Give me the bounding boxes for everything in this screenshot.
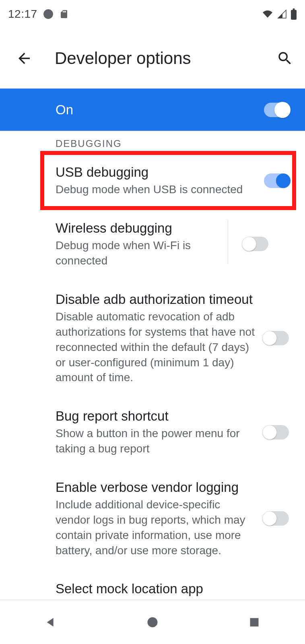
usb-debugging-switch[interactable]: [264, 173, 289, 188]
svg-rect-3: [63, 11, 64, 12]
triangle-back-icon: [44, 616, 57, 629]
status-clock: 12:17: [8, 8, 37, 21]
square-recents-icon: [249, 617, 260, 628]
divider-icon: [228, 220, 228, 264]
item-subtitle: Show a button in the power menu for taki…: [56, 426, 256, 456]
item-title: Enable verbose vendor logging: [56, 479, 256, 495]
item-title: USB debugging: [56, 164, 256, 180]
page-title: Developer options: [55, 49, 273, 68]
svg-rect-9: [250, 618, 258, 626]
item-title: Select mock location app: [56, 580, 289, 597]
svg-rect-6: [291, 10, 297, 20]
battery-icon: [291, 8, 297, 20]
master-toggle-label: On: [56, 102, 73, 118]
item-subtitle: Debug mode when USB is connected: [56, 182, 256, 197]
item-subtitle: Debug mode when Wi-Fi is connected: [56, 238, 216, 268]
item-verbose-vendor-logging[interactable]: Enable verbose vendor logging Include ad…: [0, 468, 305, 569]
verbose-vendor-logging-switch[interactable]: [264, 511, 289, 526]
bug-report-shortcut-switch[interactable]: [264, 425, 289, 440]
svg-rect-7: [293, 8, 295, 10]
item-title: Bug report shortcut: [56, 408, 256, 424]
item-wireless-debugging[interactable]: Wireless debugging Debug mode when Wi-Fi…: [0, 208, 305, 280]
item-bug-report-shortcut[interactable]: Bug report shortcut Show a button in the…: [0, 396, 305, 468]
wireless-debugging-switch[interactable]: [243, 237, 268, 251]
master-toggle-row[interactable]: On: [0, 89, 305, 131]
nav-home-button[interactable]: [140, 610, 165, 634]
item-disable-adb-auth-timeout[interactable]: Disable adb authorization timeout Disabl…: [0, 280, 305, 396]
svg-rect-5: [65, 11, 66, 12]
item-title: Disable adb authorization timeout: [56, 291, 256, 308]
dnd-icon: [43, 9, 54, 19]
app-bar: Developer options: [0, 28, 305, 89]
item-mock-location[interactable]: Select mock location app No mock locatio…: [0, 569, 305, 600]
back-button[interactable]: [12, 46, 36, 70]
svg-rect-4: [64, 11, 65, 12]
item-title: Wireless debugging: [56, 220, 216, 236]
wifi-icon: [262, 9, 274, 19]
item-subtitle: Disable automatic revocation of adb auth…: [56, 309, 256, 385]
item-usb-debugging[interactable]: USB debugging Debug mode when USB is con…: [0, 153, 305, 208]
status-bar: 12:17: [0, 0, 305, 28]
navigation-bar: [0, 600, 305, 644]
sd-card-icon: [59, 9, 69, 19]
svg-point-8: [147, 617, 157, 627]
circle-home-icon: [146, 616, 159, 628]
signal-icon: [277, 9, 287, 19]
search-icon: [276, 50, 293, 67]
nav-back-button[interactable]: [39, 610, 63, 634]
master-toggle-switch[interactable]: [264, 103, 289, 117]
settings-list: USB debugging Debug mode when USB is con…: [0, 153, 305, 600]
nav-recents-button[interactable]: [242, 610, 266, 634]
arrow-back-icon: [16, 50, 33, 67]
section-header-debugging: Debugging: [0, 131, 305, 153]
item-subtitle: Include additional device-specific vendo…: [56, 497, 256, 558]
adb-auth-timeout-switch[interactable]: [264, 331, 289, 345]
search-button[interactable]: [273, 46, 297, 70]
